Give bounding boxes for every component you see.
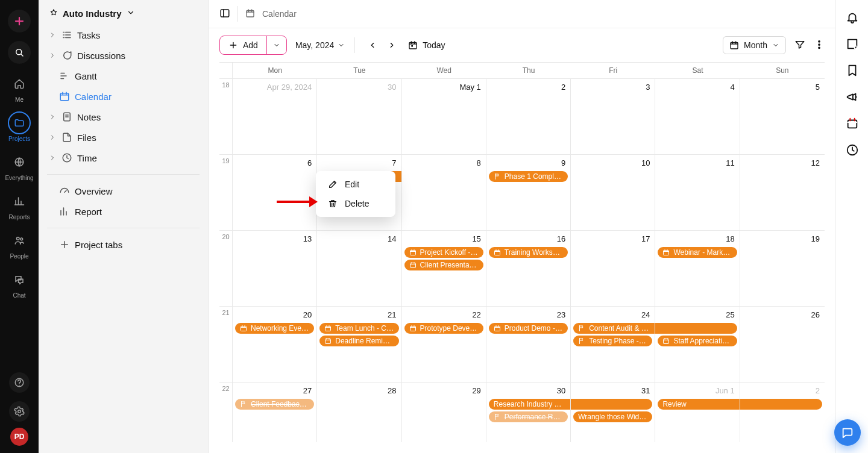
calendar-event[interactable]: Wrangle those Widgets… — [573, 411, 652, 422]
calendar-cell[interactable]: 29 — [402, 383, 486, 442]
rail-item-everything[interactable]: Everything — [0, 148, 39, 184]
sidebar-item-tasks[interactable]: Tasks — [45, 25, 202, 45]
calendar-cell[interactable]: Jun 1Review — [655, 383, 740, 442]
megaphone-icon[interactable] — [846, 90, 859, 104]
calendar-cell[interactable]: 14 — [317, 231, 401, 307]
rail-item-people[interactable]: People — [0, 226, 39, 262]
sidebar-item-gantt[interactable]: Gantt — [55, 66, 202, 86]
calendar-cell[interactable]: 23Product Demo - Beta… — [486, 307, 571, 383]
calendar-cell[interactable]: 16Training Workshop - … — [486, 231, 571, 307]
calendar-event[interactable]: Staff Appreciation D… — [658, 336, 737, 346]
calendar-event[interactable]: Product Demo - Beta… — [489, 323, 568, 334]
svg-rect-21 — [664, 251, 669, 255]
calendar-event[interactable]: Performance Revie… — [489, 411, 568, 422]
calendar-cell[interactable]: 4 — [655, 79, 740, 155]
help-button[interactable] — [0, 370, 39, 395]
calendar-cell[interactable]: 2 — [740, 383, 825, 442]
chat-fab[interactable] — [834, 419, 861, 446]
calendar-cell[interactable]: 24Content Audit & RefreshTesting Phase -… — [571, 307, 655, 383]
calendar-cell[interactable]: May 1 — [402, 79, 486, 155]
calendar-cell[interactable]: 13 — [233, 231, 317, 307]
calendar-cell[interactable]: 9Phase 1 Completio… — [486, 155, 571, 231]
calendar-cell[interactable]: 3 — [571, 79, 655, 155]
calendar-event[interactable]: Webinar - Marketing … — [658, 247, 737, 258]
event-label: Client Feedback Ine… — [251, 400, 309, 408]
calendar-red-icon[interactable] — [846, 117, 859, 130]
calendar-cell[interactable]: 18Webinar - Marketing … — [655, 231, 740, 307]
calendar-cell[interactable]: 22Prototype Develop… — [402, 307, 486, 383]
event-label: Client Presentation -… — [420, 261, 479, 269]
sidebar-item-files[interactable]: Files — [45, 127, 202, 148]
calendar-cell[interactable]: 28 — [317, 383, 401, 442]
today-button[interactable]: Today — [408, 40, 445, 50]
sidebar-item-project-tabs[interactable]: Project tabs — [55, 234, 202, 255]
calendar-cell[interactable]: 5 — [740, 79, 825, 155]
calendar-cell[interactable]: 6 — [233, 155, 317, 231]
rail-item-me[interactable]: Me — [0, 70, 39, 105]
calendar-cell[interactable]: 21Team Lunch - Celebr…Deadline Reminder … — [317, 307, 401, 383]
calendar-cell[interactable]: 30 — [317, 79, 401, 155]
sidebar-item-report[interactable]: Report — [55, 201, 202, 222]
calendar-event[interactable] — [740, 399, 822, 410]
calendar-event[interactable]: Project Kickoff - Pla… — [404, 247, 483, 258]
rail-item-projects[interactable]: Projects — [0, 109, 39, 145]
add-global-button[interactable] — [0, 7, 39, 35]
calendar-cell[interactable]: Apr 29, 2024 — [233, 79, 317, 155]
calendar-cell[interactable]: 27Client Feedback Ine… — [233, 383, 317, 442]
sticky-note-icon[interactable] — [846, 37, 859, 51]
sidebar-item-calendar[interactable]: Calendar — [55, 86, 202, 107]
calendar-event[interactable]: Testing Phase - Us… — [573, 336, 652, 346]
view-selector[interactable]: Month — [723, 36, 786, 54]
calendar-cell[interactable]: 19 — [740, 231, 825, 307]
filter-button[interactable] — [794, 39, 805, 52]
calendar-cell[interactable]: 25 Staff Appreciation D… — [655, 307, 740, 383]
calendar-cell[interactable]: 11 — [655, 155, 740, 231]
clock-icon[interactable] — [846, 143, 859, 157]
calendar-cell[interactable]: 20Networking Event - I… — [233, 307, 317, 383]
rail-item-chat[interactable]: Chat — [0, 266, 39, 301]
calendar-cell[interactable]: 8 — [402, 155, 486, 231]
calendar-event[interactable]: Phase 1 Completio… — [489, 171, 568, 182]
sidebar-item-notes[interactable]: Notes — [45, 107, 202, 127]
avatar[interactable]: PD — [10, 428, 28, 446]
project-selector[interactable]: Auto Industry — [45, 8, 202, 25]
context-delete[interactable]: Delete — [319, 194, 392, 213]
calendar-cell[interactable]: 12 — [740, 155, 825, 231]
calendar-event[interactable]: Review — [658, 399, 740, 410]
context-edit[interactable]: Edit — [319, 175, 392, 194]
sidebar-item-overview[interactable]: Overview — [55, 181, 202, 201]
calendar-event[interactable]: Content Audit & Refresh — [573, 323, 655, 334]
calendar-cell[interactable]: 2 — [486, 79, 571, 155]
bell-icon[interactable] — [846, 11, 859, 24]
rail-item-reports[interactable]: Reports — [0, 187, 39, 223]
calendar-event[interactable]: Client Presentation -… — [404, 260, 483, 270]
add-button[interactable]: Add — [220, 36, 266, 54]
calendar-cell[interactable]: 10 — [571, 155, 655, 231]
calendar-event[interactable]: Training Workshop - … — [489, 247, 568, 258]
sidebar-item-discussions[interactable]: Discussions — [45, 45, 202, 66]
month-picker[interactable]: May, 2024 — [295, 40, 345, 50]
calendar-event[interactable] — [655, 323, 737, 334]
calendar-cell[interactable]: 15Project Kickoff - Pla…Client Presentat… — [402, 231, 486, 307]
panel-toggle-icon[interactable] — [219, 8, 230, 20]
calendar-event[interactable] — [571, 399, 652, 410]
calendar-event[interactable]: Deadline Reminder - … — [319, 336, 398, 346]
calendar-cell[interactable]: 17 — [571, 231, 655, 307]
more-button[interactable] — [814, 39, 825, 52]
calendar-cell[interactable]: 30Research Industry BenchmarksPerformanc… — [486, 383, 571, 442]
sidebar-item-label: Gantt — [75, 71, 97, 81]
calendar-event[interactable]: Team Lunch - Celebr… — [319, 323, 398, 334]
bookmark-icon[interactable] — [846, 64, 859, 77]
calendar-cell[interactable]: 31 Wrangle those Widgets… — [571, 383, 655, 442]
next-month-button[interactable] — [384, 37, 400, 53]
calendar-event[interactable]: Prototype Develop… — [404, 323, 483, 334]
sidebar-item-time[interactable]: Time — [45, 148, 202, 168]
calendar-cell[interactable]: 26 — [740, 307, 825, 383]
settings-button[interactable] — [0, 399, 39, 424]
calendar-event[interactable]: Networking Event - I… — [235, 323, 314, 334]
calendar-event[interactable]: Client Feedback Ine… — [235, 399, 314, 410]
prev-month-button[interactable] — [365, 37, 380, 53]
search-button[interactable] — [0, 39, 39, 66]
calendar-event[interactable]: Research Industry Benchmarks — [489, 399, 571, 410]
add-dropdown-button[interactable] — [266, 36, 286, 54]
